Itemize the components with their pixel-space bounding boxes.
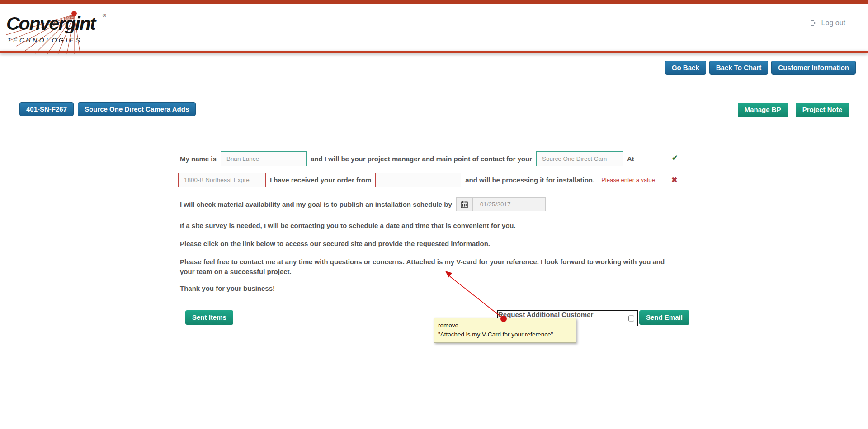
- line1-text3: At: [627, 155, 634, 163]
- toolbar: Go Back Back To Chart Customer Informati…: [665, 61, 856, 75]
- project-name-button[interactable]: Source One Direct Camera Adds: [78, 102, 196, 116]
- schedule-date-input[interactable]: [473, 198, 545, 211]
- page: Convergint ® TECHNOLOGIES Log out Go Bac…: [0, 0, 868, 429]
- go-back-button[interactable]: Go Back: [665, 61, 706, 75]
- convergint-logo: Convergint ® TECHNOLOGIES: [6, 9, 119, 54]
- brand-dot-icon: [71, 11, 77, 16]
- project-note-button[interactable]: Project Note: [796, 103, 849, 117]
- brand-text: Convergint: [6, 13, 97, 34]
- logout-icon: [810, 19, 818, 27]
- customer-information-button[interactable]: Customer Information: [771, 61, 856, 75]
- logout-button[interactable]: Log out: [810, 19, 845, 27]
- line2-text1: I have received your order from: [270, 176, 371, 184]
- manage-bp-button[interactable]: Manage BP: [738, 103, 788, 117]
- line1-text1: My name is: [180, 155, 217, 163]
- form-line-2: I have received your order from and will…: [178, 173, 655, 187]
- header-divider: [0, 51, 868, 53]
- order-from-input[interactable]: [375, 173, 461, 187]
- request-additional-info-checkbox[interactable]: [628, 315, 634, 322]
- calendar-button[interactable]: [457, 198, 473, 211]
- top-red-bar: [0, 0, 868, 4]
- cross-icon: ✖: [671, 176, 677, 184]
- paragraph-contact: Please feel free to contact me at any ti…: [180, 257, 673, 277]
- sent-items-button[interactable]: Sent Items: [185, 310, 233, 325]
- project-bar-left: 401-SN-F267 Source One Direct Camera Add…: [19, 102, 196, 116]
- address-input[interactable]: [178, 173, 266, 187]
- check-icon: ✔: [672, 154, 678, 162]
- project-bar-right: Manage BP Project Note: [738, 103, 849, 117]
- form-line-1: My name is and I will be your project ma…: [180, 151, 634, 166]
- form-line-3: I will check material availability and m…: [180, 197, 546, 211]
- schedule-date-widget: [456, 197, 546, 211]
- remove-tooltip: remove "Attached is my V-Card for your r…: [434, 318, 576, 343]
- paragraph-site-survey: If a site survey is needed, I will be co…: [180, 221, 516, 231]
- section-divider: [180, 300, 683, 300]
- tooltip-line1: remove: [438, 321, 571, 330]
- calendar-icon: [461, 201, 468, 208]
- logout-label: Log out: [821, 19, 845, 27]
- send-email-button[interactable]: Send Email: [639, 310, 689, 325]
- brand-registered-mark: ®: [103, 13, 106, 18]
- validation-message: Please enter a value: [601, 177, 655, 183]
- line2-text2: and will be processing it for installati…: [465, 176, 594, 184]
- project-name-input[interactable]: [536, 151, 623, 166]
- brand-subtext: TECHNOLOGIES: [7, 37, 82, 44]
- line1-text2: and I will be your project manager and m…: [311, 155, 532, 163]
- tooltip-line2: "Attached is my V-Card for your referenc…: [438, 330, 571, 339]
- manager-name-input[interactable]: [221, 151, 307, 166]
- paragraph-secured-site: Please click on the link below to access…: [180, 239, 490, 249]
- paragraph-thanks: Thank you for your business!: [180, 284, 275, 294]
- line3-text1: I will check material availability and m…: [180, 201, 452, 208]
- project-number-button[interactable]: 401-SN-F267: [19, 102, 74, 116]
- back-to-chart-button[interactable]: Back To Chart: [709, 61, 769, 75]
